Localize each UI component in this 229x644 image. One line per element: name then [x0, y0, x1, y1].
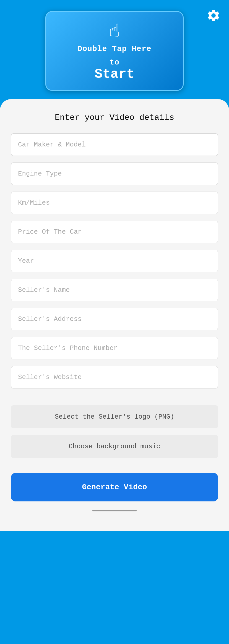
- car-maker-group: [11, 133, 218, 156]
- price-group: [11, 221, 218, 243]
- year-input[interactable]: [11, 250, 218, 272]
- hero-section: ☝ Double Tap Here to Start: [0, 0, 229, 107]
- seller-address-input[interactable]: [11, 308, 218, 330]
- year-group: [11, 250, 218, 272]
- engine-type-group: [11, 163, 218, 185]
- tap-line2-word: Start: [95, 67, 134, 82]
- engine-type-input[interactable]: [11, 163, 218, 185]
- select-logo-button[interactable]: Select the Seller's logo (PNG): [11, 405, 218, 428]
- tap-line2-prefix: to: [60, 58, 169, 67]
- double-tap-button[interactable]: ☝ Double Tap Here to Start: [45, 11, 184, 91]
- home-indicator: [92, 510, 137, 511]
- seller-phone-input[interactable]: [11, 337, 218, 359]
- seller-website-input[interactable]: [11, 366, 218, 388]
- hand-tap-icon: ☝: [60, 20, 169, 42]
- car-maker-input[interactable]: [11, 133, 218, 156]
- seller-phone-group: [11, 337, 218, 359]
- price-input[interactable]: [11, 221, 218, 243]
- choose-music-button[interactable]: Choose background music: [11, 435, 218, 458]
- settings-button[interactable]: [206, 8, 221, 23]
- form-title: Enter your Video details: [11, 113, 218, 122]
- seller-website-group: [11, 366, 218, 388]
- seller-address-group: [11, 308, 218, 330]
- divider-1: [11, 397, 218, 397]
- seller-name-input[interactable]: [11, 279, 218, 301]
- form-section: Enter your Video details Select the Sell…: [0, 99, 229, 531]
- seller-name-group: [11, 279, 218, 301]
- km-miles-group: [11, 192, 218, 214]
- km-miles-input[interactable]: [11, 192, 218, 214]
- generate-video-button[interactable]: Generate Video: [11, 473, 218, 501]
- tap-line1: Double Tap Here: [60, 45, 169, 53]
